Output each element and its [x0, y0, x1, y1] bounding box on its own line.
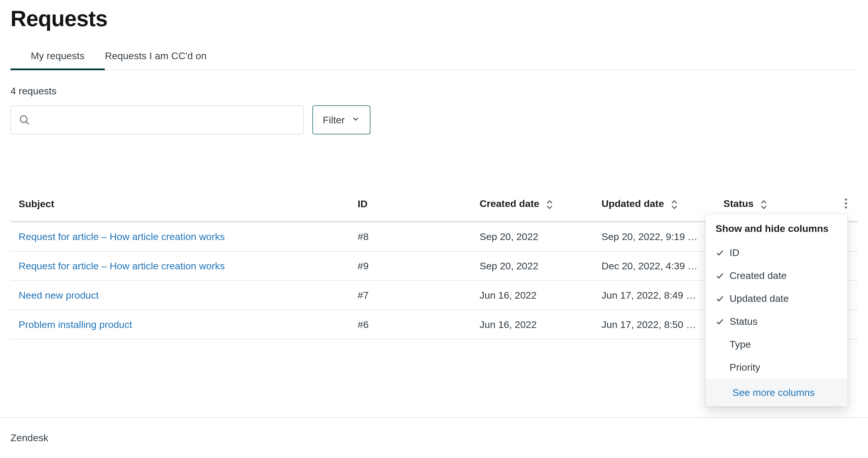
- request-id: #9: [349, 251, 471, 281]
- dropdown-item-label: ID: [730, 247, 739, 258]
- col-header-status-label: Status: [723, 198, 754, 209]
- footer-brand: Zendesk: [10, 432, 858, 444]
- dropdown-item-label: Status: [730, 316, 757, 327]
- check-icon: [716, 271, 724, 280]
- request-updated: Dec 20, 2022, 4:39 …: [593, 251, 715, 281]
- svg-point-3: [845, 202, 847, 205]
- dropdown-item-label: Type: [730, 339, 751, 350]
- page-title: Requests: [10, 6, 858, 31]
- dropdown-title: Show and hide columns: [706, 214, 847, 241]
- sort-icon: [760, 199, 768, 210]
- request-link[interactable]: Problem installing product: [19, 319, 132, 330]
- requests-count: 4 requests: [10, 85, 858, 97]
- request-created: Jun 16, 2022: [471, 310, 593, 339]
- dropdown-item-status[interactable]: Status: [706, 310, 847, 333]
- tab-cc-requests[interactable]: Requests I am CC'd on: [105, 45, 207, 70]
- column-options-button[interactable]: [842, 196, 849, 211]
- request-id: #6: [349, 310, 471, 339]
- chevron-down-icon: [351, 115, 360, 126]
- kebab-icon: [844, 205, 848, 209]
- col-header-subject[interactable]: Subject: [10, 190, 349, 222]
- col-header-created-label: Created date: [479, 198, 539, 209]
- request-updated: Sep 20, 2022, 9:19 …: [593, 222, 715, 251]
- dropdown-item-priority[interactable]: Priority: [706, 356, 847, 379]
- search-input[interactable]: [10, 105, 304, 134]
- col-header-id[interactable]: ID: [349, 190, 471, 222]
- dropdown-item-type[interactable]: Type: [706, 333, 847, 356]
- request-updated: Jun 17, 2022, 8:50 …: [593, 310, 715, 339]
- tabs: My requests Requests I am CC'd on: [10, 45, 858, 70]
- request-created: Sep 20, 2022: [471, 222, 593, 251]
- col-header-created[interactable]: Created date: [471, 190, 593, 222]
- col-header-updated-label: Updated date: [601, 198, 664, 209]
- check-icon: [716, 294, 724, 303]
- sort-icon: [670, 199, 678, 210]
- request-link[interactable]: Request for article – How article creati…: [19, 260, 225, 271]
- controls-row: Filter: [10, 105, 858, 134]
- table-area: Subject ID Created date Updated date: [10, 190, 858, 339]
- dropdown-item-label: Updated date: [730, 293, 789, 304]
- sort-icon: [546, 199, 554, 210]
- request-link[interactable]: Need new product: [19, 290, 99, 301]
- svg-point-2: [845, 199, 847, 201]
- check-icon: [716, 249, 724, 257]
- dropdown-item-id[interactable]: ID: [706, 241, 847, 264]
- request-id: #7: [349, 281, 471, 310]
- dropdown-item-updated-date[interactable]: Updated date: [706, 287, 847, 310]
- tab-my-requests[interactable]: My requests: [31, 45, 85, 70]
- dropdown-see-more[interactable]: See more columns: [706, 379, 847, 406]
- request-updated: Jun 17, 2022, 8:49 …: [593, 281, 715, 310]
- column-options-dropdown: Show and hide columns ID Created date Up…: [706, 214, 848, 406]
- request-created: Jun 16, 2022: [471, 281, 593, 310]
- dropdown-item-label: Created date: [730, 270, 787, 281]
- svg-point-0: [20, 116, 27, 123]
- filter-label: Filter: [323, 115, 345, 126]
- col-header-id-label: ID: [358, 198, 368, 209]
- search-wrapper: [10, 105, 304, 134]
- request-created: Sep 20, 2022: [471, 251, 593, 281]
- dropdown-item-label: Priority: [730, 362, 760, 373]
- page-footer: Zendesk: [0, 417, 868, 458]
- svg-point-4: [845, 206, 847, 209]
- col-header-updated[interactable]: Updated date: [593, 190, 715, 222]
- col-header-subject-label: Subject: [19, 198, 54, 209]
- filter-button[interactable]: Filter: [312, 105, 370, 134]
- request-link[interactable]: Request for article – How article creati…: [19, 231, 225, 242]
- dropdown-item-created-date[interactable]: Created date: [706, 264, 847, 287]
- check-icon: [716, 317, 724, 326]
- request-id: #8: [349, 222, 471, 251]
- svg-line-1: [26, 122, 29, 124]
